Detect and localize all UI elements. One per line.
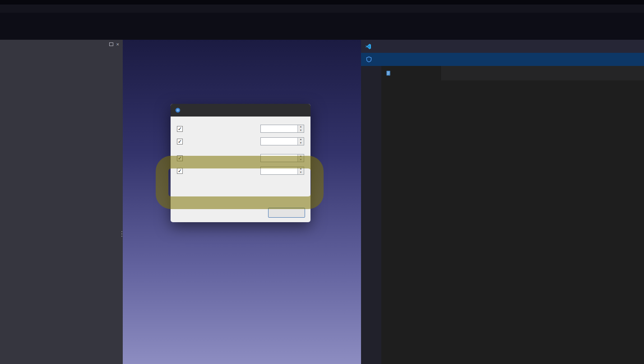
- vscode-menubar: [361, 40, 644, 53]
- spin-up-icon[interactable]: ▲: [298, 154, 304, 158]
- breadcrumb: [381, 80, 644, 90]
- spin-down-icon[interactable]: ▼: [298, 141, 304, 145]
- set-accel-mm-field[interactable]: ▲▼: [260, 137, 304, 145]
- editor-group: [381, 66, 644, 364]
- spin-up-icon[interactable]: ▲: [298, 138, 304, 141]
- set-speed-mm-checkbox[interactable]: ✓: [177, 126, 183, 132]
- spin-down-icon[interactable]: ▼: [298, 129, 304, 132]
- spin-up-icon[interactable]: ▲: [298, 167, 304, 171]
- spinner[interactable]: ▲▼: [297, 167, 304, 174]
- robodk-toolbar: [0, 13, 644, 40]
- viewport-3d[interactable]: ✓ ▲▼ ✓ ▲▼ ✓: [123, 40, 361, 364]
- code-editor[interactable]: [381, 90, 644, 364]
- spinner[interactable]: ▲▼: [297, 154, 304, 162]
- set-speed-deg-field[interactable]: ▲▼: [260, 154, 304, 162]
- dialog-body: ✓ ▲▼ ✓ ▲▼ ✓: [171, 117, 310, 177]
- panel-splitter-handle[interactable]: [120, 228, 123, 240]
- dialog-titlebar[interactable]: [171, 104, 310, 117]
- panel-controls: ×: [109, 42, 119, 47]
- activity-bar: [361, 66, 381, 364]
- vscode-window: [361, 40, 644, 364]
- set-values-dialog: ✓ ▲▼ ✓ ▲▼ ✓: [171, 104, 310, 222]
- ok-button[interactable]: [268, 208, 305, 218]
- station-tree-panel: ×: [0, 40, 123, 364]
- spin-up-icon[interactable]: ▲: [298, 125, 304, 129]
- shield-icon: [366, 56, 372, 63]
- set-accel-deg-field[interactable]: ▲▼: [260, 167, 304, 175]
- set-speed-mm-value[interactable]: [261, 125, 297, 132]
- set-accel-deg-checkbox[interactable]: ✓: [177, 168, 183, 174]
- restricted-mode-banner: [361, 53, 644, 66]
- vscode-logo-icon: [365, 43, 372, 50]
- set-accel-deg-row: ✓ ▲▼: [177, 164, 304, 177]
- set-speed-deg-row: ✓ ▲▼: [177, 152, 304, 164]
- robodk-menubar: [0, 5, 644, 13]
- set-accel-mm-value[interactable]: [261, 138, 297, 145]
- set-speed-mm-field[interactable]: ▲▼: [260, 125, 304, 133]
- spin-down-icon[interactable]: ▼: [298, 158, 304, 162]
- set-speed-deg-value[interactable]: [261, 154, 297, 162]
- dialog-icon: [175, 107, 181, 113]
- tab-bar: [381, 66, 644, 80]
- activity-bar-top: [361, 66, 381, 70]
- ls-file-icon: [385, 70, 391, 76]
- app-root: × ✓ ▲▼: [0, 0, 644, 364]
- close-panel-icon[interactable]: ×: [116, 42, 119, 47]
- undock-panel-icon[interactable]: [109, 42, 113, 46]
- set-accel-mm-row: ✓ ▲▼: [177, 135, 304, 148]
- set-speed-mm-row: ✓ ▲▼: [177, 122, 304, 135]
- spinner[interactable]: ▲▼: [297, 138, 304, 145]
- spin-down-icon[interactable]: ▼: [298, 171, 304, 174]
- set-accel-deg-value[interactable]: [261, 167, 297, 174]
- window-titlebar: [0, 0, 644, 5]
- set-accel-mm-checkbox[interactable]: ✓: [177, 139, 183, 145]
- spinner[interactable]: ▲▼: [297, 125, 304, 132]
- set-speed-deg-checkbox[interactable]: ✓: [177, 155, 183, 161]
- tab-prog1-ls[interactable]: [381, 66, 441, 80]
